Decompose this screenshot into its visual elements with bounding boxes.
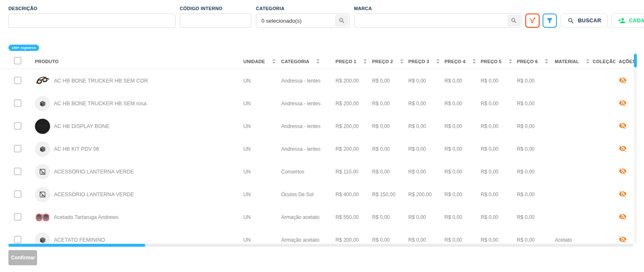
price-4-cell: R$ 0,00 [444, 237, 481, 243]
actions-cell [615, 122, 633, 131]
price-2-cell: R$ 150,00 [372, 192, 408, 197]
price-1-cell: R$ 400,00 [335, 192, 372, 197]
table-row: Acetado Tartaruga Andrews UN Armação ace… [0, 206, 633, 229]
column-header-categoria[interactable]: CATEGORIA [281, 59, 335, 64]
filter-button[interactable] [543, 13, 557, 28]
vertical-scrollbar-thumb[interactable] [634, 54, 637, 67]
product-name: AC HB BONE TRUCKER HB SEM rosa [54, 101, 146, 107]
column-header-p4[interactable]: PREÇO 4 [444, 59, 481, 64]
table-row: AC HB BONE TRUCKER HB SEM COR UN Andress… [0, 69, 633, 92]
toggle-visibility-button[interactable] [619, 122, 627, 130]
row-checkbox-cell [14, 99, 35, 108]
sort-icon[interactable] [545, 59, 548, 64]
product-thumbnail [35, 73, 50, 88]
sort-icon[interactable] [436, 59, 440, 64]
column-header-material[interactable]: MATERIAL [555, 59, 593, 64]
row-checkbox[interactable] [14, 122, 21, 130]
categoria-select[interactable]: 0 selecionado(s) [256, 13, 350, 28]
product-cell: AC HB BONE TRUCKER HB SEM COR [35, 73, 243, 88]
column-header-produto: PRODUTO [35, 59, 243, 64]
toggle-visibility-button[interactable] [619, 213, 627, 221]
visibility-off-icon [619, 122, 627, 130]
header-checkbox-cell [14, 57, 35, 66]
price-3-cell: R$ 0,00 [408, 123, 444, 129]
price-5-cell: R$ 0,00 [481, 237, 517, 243]
visibility-off-icon [619, 167, 627, 175]
visibility-off-icon [619, 235, 627, 243]
row-checkbox[interactable] [14, 190, 21, 198]
horizontal-scrollbar[interactable] [8, 244, 633, 247]
unit-cell: UN [243, 192, 281, 197]
sort-icon[interactable] [316, 59, 320, 64]
toggle-visibility-button[interactable] [619, 144, 627, 152]
sort-icon[interactable] [586, 59, 590, 64]
price-3-cell: R$ 0,00 [408, 78, 444, 84]
sort-icon[interactable] [508, 59, 512, 64]
column-header-p1[interactable]: PREÇO 1 [335, 59, 372, 64]
column-label: CATEGORIA [281, 59, 309, 64]
row-checkbox[interactable] [14, 77, 21, 84]
row-checkbox[interactable] [14, 168, 21, 175]
toggle-visibility-button[interactable] [619, 235, 627, 243]
clear-filters-button[interactable] [525, 13, 540, 28]
confirm-button[interactable]: Confirmar [8, 250, 37, 265]
row-checkbox[interactable] [14, 99, 21, 107]
product-thumbnail [35, 210, 50, 225]
price-6-cell: R$ 0,00 [517, 123, 555, 129]
toggle-visibility-button[interactable] [619, 167, 627, 175]
categoria-selected-value: 0 selecionado(s) [256, 18, 334, 24]
sort-icon[interactable] [272, 59, 276, 64]
category-cell: Óculos De Sol [281, 192, 335, 197]
codigo-interno-input[interactable] [180, 13, 251, 28]
visibility-off-icon [619, 76, 627, 84]
sunglasses-photo [35, 210, 50, 225]
marca-field-group: MARCA [354, 6, 522, 28]
marca-input[interactable] [354, 14, 506, 27]
marca-label: MARCA [354, 6, 522, 11]
row-checkbox[interactable] [14, 213, 21, 221]
price-3-cell: R$ 200,00 [408, 192, 444, 197]
product-cell: AC HB KIT PDV 06 [35, 141, 243, 157]
row-checkbox[interactable] [14, 145, 21, 152]
row-checkbox-cell [14, 213, 35, 222]
descricao-field-group: DESCRIÇÃO [8, 6, 176, 28]
toggle-visibility-button[interactable] [619, 99, 627, 107]
table-body: AC HB BONE TRUCKER HB SEM COR UN Andress… [0, 69, 633, 251]
row-checkbox[interactable] [14, 236, 21, 243]
buscar-button[interactable]: BUSCAR [561, 13, 608, 28]
select-all-checkbox[interactable] [14, 57, 21, 64]
cadastrar-button-label: CADASTRAR [629, 18, 644, 24]
descricao-input[interactable] [8, 13, 176, 28]
column-header-p2[interactable]: PREÇO 2 [372, 59, 408, 64]
cadastrar-button[interactable]: CADASTRAR [611, 13, 644, 28]
toggle-visibility-button[interactable] [619, 76, 627, 84]
column-header-p6[interactable]: PREÇO 6 [517, 59, 555, 64]
price-6-cell: R$ 0,00 [517, 78, 555, 84]
sort-icon[interactable] [363, 59, 367, 64]
table-row: ACETATO FEMININO UN Armação acetato R$ 2… [0, 229, 633, 251]
product-cell: ACESSÓRIO LANTERNA VERDE [35, 187, 243, 202]
table-row: AC HB DISPLAY BONE UN Andressa - lentes … [0, 115, 633, 138]
price-5-cell: R$ 0,00 [481, 101, 517, 107]
column-header-unidade[interactable]: UNIDADE [243, 59, 281, 64]
column-header-p5[interactable]: PREÇO 5 [481, 59, 517, 64]
product-name: AC HB KIT PDV 06 [54, 146, 99, 152]
category-cell: Andressa - lentes [281, 123, 335, 129]
price-4-cell: R$ 0,00 [444, 101, 481, 107]
price-1-cell: R$ 550,00 [335, 214, 372, 220]
sort-icon[interactable] [472, 59, 476, 64]
price-2-cell: R$ 0,00 [372, 123, 408, 129]
toggle-visibility-button[interactable] [619, 190, 627, 198]
horizontal-scrollbar-thumb[interactable] [8, 244, 145, 247]
price-3-cell: R$ 0,00 [408, 237, 444, 243]
column-header-p3[interactable]: PREÇO 3 [408, 59, 444, 64]
dark-product-photo [35, 119, 50, 134]
categoria-search-button[interactable] [335, 15, 349, 27]
row-checkbox-cell [14, 77, 35, 85]
vertical-scrollbar[interactable] [634, 54, 637, 244]
marca-search-button[interactable] [507, 15, 521, 27]
visibility-off-icon [619, 99, 627, 107]
sort-icon[interactable] [400, 59, 404, 64]
unit-cell: UN [243, 101, 281, 107]
search-icon [338, 17, 345, 24]
